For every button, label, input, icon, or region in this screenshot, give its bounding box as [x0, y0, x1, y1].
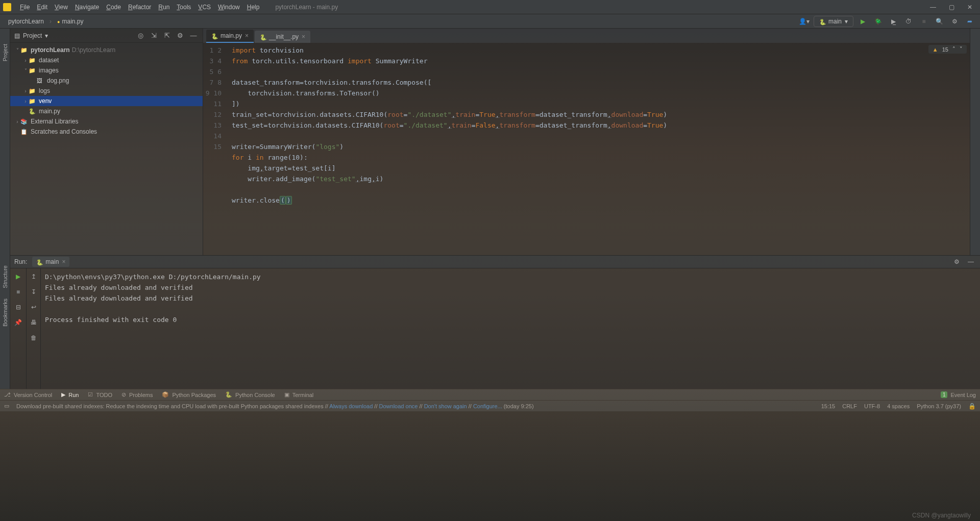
lock-icon[interactable]: 🔒 — [968, 403, 976, 410]
tree-item-venv[interactable]: ›📁venv — [10, 96, 203, 106]
interpreter[interactable]: Python 3.7 (py37) — [917, 403, 961, 409]
menu-view[interactable]: View — [51, 2, 71, 13]
search-icon[interactable]: 🔍 — [933, 15, 945, 28]
chevron-down-icon: ˅ — [14, 47, 20, 53]
target-icon[interactable]: ◎ — [135, 31, 145, 41]
breadcrumb-file[interactable]: main.py — [53, 16, 87, 27]
step-down-icon[interactable]: ↧ — [29, 287, 39, 297]
tab-structure[interactable]: Structure — [1, 260, 9, 293]
status-link[interactable]: Don't show again — [424, 403, 467, 409]
minimize-panel-icon[interactable]: — — [188, 31, 199, 41]
menu-refactor[interactable]: Refactor — [125, 2, 155, 13]
menu-vcs[interactable]: VCS — [194, 2, 214, 13]
tool-python-packages[interactable]: 📦Python Packages — [162, 391, 216, 398]
menu-run[interactable]: Run — [155, 2, 173, 13]
layout-icon[interactable]: ⊟ — [13, 302, 23, 312]
tool-problems[interactable]: ⊘Problems — [121, 391, 153, 398]
python-icon: 🐍 — [29, 108, 37, 115]
left-tool-stripe-lower: Structure Bookmarks — [0, 255, 10, 389]
status-link[interactable]: Configure... — [473, 403, 502, 409]
tree-item-logs[interactable]: ›📁logs — [10, 86, 203, 96]
console-output[interactable]: D:\python\envs\py37\python.exe D:/pytorc… — [41, 268, 980, 389]
editor-gutter[interactable]: 1 2 3 4 5 6 7 8 9 10 11 12 13 14 15 — [203, 43, 229, 255]
line-separator[interactable]: CRLF — [842, 403, 857, 409]
tree-item-images[interactable]: ˅📁images — [10, 65, 203, 76]
coverage-button[interactable]: ▶̲ — [887, 15, 899, 28]
expand-all-icon[interactable]: ⇲ — [149, 31, 159, 41]
tool-python-console[interactable]: 🐍Python Console — [225, 391, 275, 398]
tool-terminal[interactable]: ▣Terminal — [284, 391, 314, 398]
add-user-icon[interactable]: 👤▾ — [798, 15, 811, 28]
rerun-button[interactable]: ▶ — [13, 271, 23, 282]
project-panel: ▤ Project ▾ ◎ ⇲ ⇱ ⚙ — ˅ 📁 pytorchLearn D… — [10, 29, 203, 255]
python-icon — [260, 34, 266, 40]
tool-version-control[interactable]: ⎇Version Control — [4, 391, 52, 398]
tab-bookmarks[interactable]: Bookmarks — [1, 293, 9, 332]
status-link[interactable]: Download once — [379, 403, 418, 409]
code-editor[interactable]: import torchvision from torch.utils.tens… — [229, 43, 970, 255]
tab-project[interactable]: Project — [1, 39, 9, 66]
menu-navigate[interactable]: Navigate — [71, 2, 103, 13]
breadcrumb-root[interactable]: pytorchLearn — [4, 16, 48, 27]
python-icon — [211, 33, 217, 39]
step-up-icon[interactable]: ↥ — [29, 271, 39, 282]
tool-todo[interactable]: ☑TODO — [88, 391, 112, 398]
tree-root[interactable]: ˅ 📁 pytorchLearn D:\pytorchLearn — [10, 45, 203, 55]
app-icon — [3, 3, 11, 11]
tree-item-main-py[interactable]: 🐍main.py — [10, 106, 203, 116]
close-icon[interactable]: × — [62, 258, 65, 265]
menu-window[interactable]: Window — [214, 2, 243, 13]
ide-jump-icon[interactable]: ➦ — [964, 15, 976, 28]
close-icon[interactable]: ✕ — [966, 3, 974, 11]
external-libraries[interactable]: › 📚 External Libraries — [10, 116, 203, 127]
print-icon[interactable]: 🖶 — [29, 317, 39, 328]
maximize-icon[interactable]: ▢ — [947, 3, 955, 11]
editor-tab-main-py[interactable]: main.py× — [206, 30, 254, 43]
menu-help[interactable]: Help — [243, 2, 263, 13]
pin-icon[interactable]: 📌 — [13, 317, 23, 328]
chevron-down-icon: ▾ — [45, 32, 48, 39]
collapse-all-icon[interactable]: ⇱ — [162, 31, 172, 41]
folder-icon: 📁 — [29, 67, 37, 74]
debug-button[interactable]: 🪲 — [872, 15, 884, 28]
venv-icon: 📁 — [29, 98, 37, 105]
tree-item-dog-png[interactable]: 🖼dog.png — [10, 76, 203, 86]
minimize-icon[interactable]: — — [929, 3, 937, 11]
menu-file[interactable]: File — [16, 2, 33, 13]
warning-icon: ▲ — [933, 46, 938, 53]
event-log[interactable]: 1Event Log — [941, 391, 976, 398]
inspection-widget[interactable]: ▲ 15 ˄ ˅ — [928, 45, 967, 54]
folder-icon: 📁 — [20, 47, 29, 54]
run-button[interactable]: ▶ — [856, 15, 869, 28]
file-encoding[interactable]: UTF-8 — [864, 403, 880, 409]
tool-run[interactable]: ▶Run — [61, 391, 79, 398]
stop-button[interactable]: ■ — [13, 287, 23, 297]
tree-item-dataset[interactable]: ›📁dataset — [10, 55, 203, 65]
run-tab[interactable]: main × — [32, 257, 69, 267]
scratches-consoles[interactable]: 📋 Scratches and Consoles — [10, 127, 203, 137]
notification-icon[interactable]: ▭ — [4, 403, 9, 409]
editor-tab-__init__-py[interactable]: __init__.py× — [255, 31, 310, 43]
minimize-panel-icon[interactable]: — — [966, 257, 976, 267]
menu-tools[interactable]: Tools — [173, 2, 194, 13]
library-icon: 📚 — [20, 118, 29, 125]
clear-icon[interactable]: 🗑 — [29, 333, 39, 343]
indent-setting[interactable]: 4 spaces — [887, 403, 910, 409]
run-configuration-selector[interactable]: main ▾ — [814, 16, 853, 27]
gear-icon[interactable]: ⚙ — [951, 257, 962, 267]
status-link[interactable]: Always download — [329, 403, 373, 409]
cursor-position[interactable]: 15:15 — [821, 403, 836, 409]
stop-button[interactable]: ■ — [918, 15, 930, 28]
close-icon[interactable]: × — [302, 33, 305, 40]
gear-icon[interactable]: ⚙ — [175, 31, 185, 41]
settings-icon[interactable]: ⚙ — [948, 15, 961, 28]
soft-wrap-icon[interactable]: ↩ — [29, 302, 39, 312]
editor-tab-bar: main.py×__init__.py× — [203, 29, 970, 43]
menu-code[interactable]: Code — [103, 2, 125, 13]
menu-edit[interactable]: Edit — [33, 2, 51, 13]
close-icon[interactable]: × — [245, 32, 249, 39]
chevron-down-icon[interactable]: ˅ — [960, 46, 963, 53]
chevron-up-icon[interactable]: ˄ — [952, 46, 955, 53]
project-view-selector[interactable]: ▤ Project ▾ — [14, 32, 48, 39]
profile-button[interactable]: ⏱ — [902, 15, 915, 28]
